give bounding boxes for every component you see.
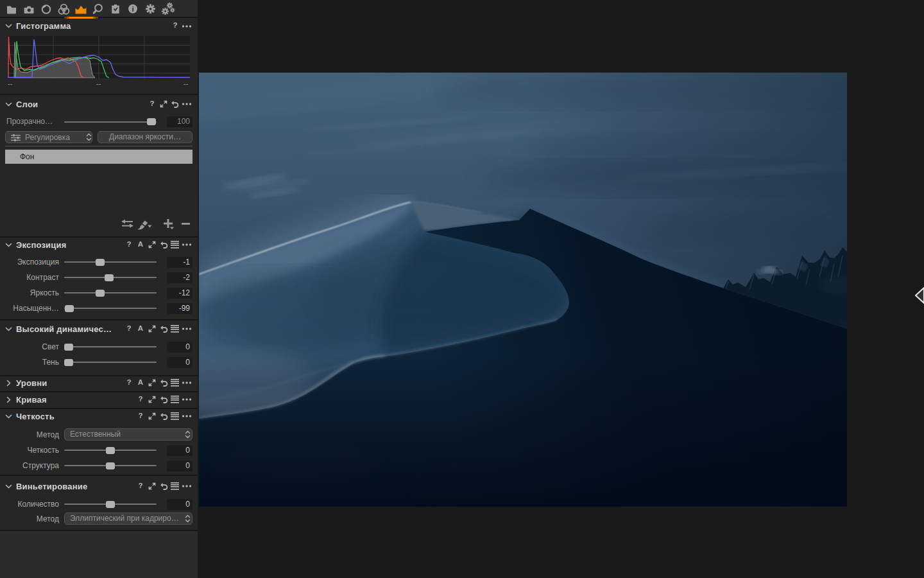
svg-text:i: i	[132, 5, 133, 13]
